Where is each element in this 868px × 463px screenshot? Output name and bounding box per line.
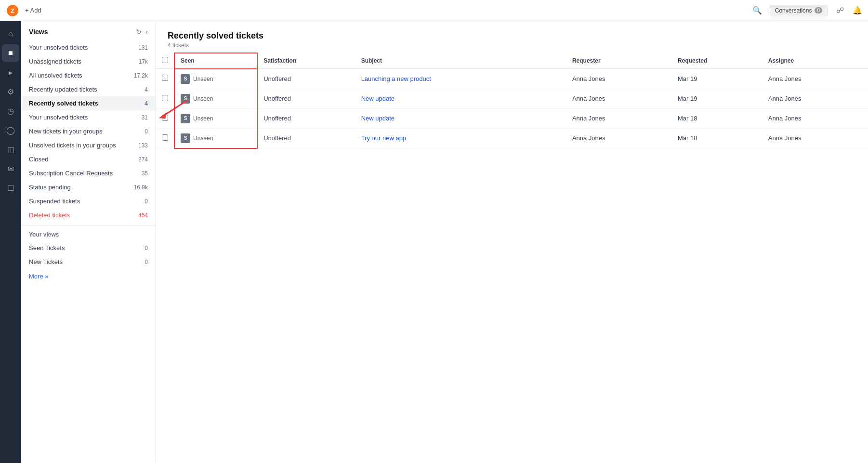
seen-label: Unseen — [193, 76, 213, 82]
sidebar-item-count: 4 — [145, 86, 148, 93]
sidebar-item-label: Deleted tickets — [29, 212, 70, 219]
chat-icon[interactable]: ☍ — [835, 6, 845, 15]
seen-icon: S — [181, 133, 190, 143]
nav-settings[interactable]: ⚙ — [2, 83, 19, 100]
subject-column-header: Subject — [355, 53, 566, 69]
row-checkbox-2[interactable] — [162, 115, 168, 121]
sidebar-item-count: 133 — [138, 142, 148, 149]
select-all-checkbox[interactable] — [162, 57, 168, 63]
requester-cell: Anna Jones — [566, 108, 672, 128]
content-header: Recently solved tickets 4 tickets — [156, 21, 868, 53]
select-all-header — [156, 53, 174, 69]
sidebar-item-2[interactable]: All unsolved tickets17.2k — [21, 68, 156, 82]
sidebar-item-7[interactable]: Unsolved tickets in your groups133 — [21, 138, 156, 152]
seen-badge: S Unseen — [181, 114, 213, 123]
requester-column-header: Requester — [566, 53, 672, 69]
subject-link[interactable]: Launching a new product — [361, 75, 431, 82]
conversations-badge: 0 — [815, 7, 822, 13]
content-area: Recently solved tickets 4 tickets Seen S… — [156, 21, 868, 463]
nav-grid[interactable]: ◫ — [2, 141, 19, 158]
assignee-cell: Anna Jones — [763, 108, 868, 128]
conversations-button[interactable]: Conversations 0 — [770, 5, 828, 16]
bell-icon[interactable]: 🔔 — [853, 6, 862, 15]
requester-cell: Anna Jones — [566, 89, 672, 108]
sidebar-header-icons: ↻ ‹ — [136, 28, 148, 36]
nav-clock[interactable]: ◷ — [2, 102, 19, 119]
seen-column-header: Seen — [174, 53, 257, 69]
sidebar-item-count: 31 — [142, 114, 148, 121]
requested-cell: Mar 18 — [672, 108, 763, 128]
refresh-icon[interactable]: ↻ — [136, 28, 142, 36]
requester-cell: Anna Jones — [566, 128, 672, 148]
sidebar-item-6[interactable]: New tickets in your groups0 — [21, 124, 156, 138]
nav-home[interactable]: ⌂ — [2, 25, 19, 42]
left-nav: ⌂ ■ ▸ ⚙ ◷ ◯ ◫ ✉ ☐ — [0, 21, 21, 463]
seen-icon: S — [181, 74, 190, 84]
sidebar-item-label: Recently updated tickets — [29, 86, 97, 93]
your-view-count: 0 — [145, 245, 148, 251]
nav-tickets[interactable]: ■ — [2, 44, 19, 62]
sidebar-item-11[interactable]: Suspended tickets0 — [21, 194, 156, 208]
requested-column-header: Requested — [672, 53, 763, 69]
sidebar-item-count: 35 — [142, 170, 148, 177]
sidebar-item-10[interactable]: Status pending16.9k — [21, 180, 156, 194]
your-view-item-0[interactable]: Seen Tickets0 — [21, 241, 156, 255]
requester-cell: Anna Jones — [566, 69, 672, 89]
table-row: S Unseen Unoffered Try our new app Anna … — [156, 128, 868, 148]
seen-icon: S — [181, 94, 190, 104]
satisfaction-cell: Unoffered — [257, 89, 355, 108]
your-view-label: New Tickets — [29, 258, 63, 265]
sidebar-item-1[interactable]: Unassigned tickets17k — [21, 54, 156, 68]
sidebar-item-count: 0 — [145, 128, 148, 135]
seen-badge: S Unseen — [181, 133, 213, 143]
subject-cell: Launching a new product — [355, 69, 566, 89]
sidebar-item-0[interactable]: Your unsolved tickets131 — [21, 40, 156, 54]
collapse-icon[interactable]: ‹ — [145, 28, 148, 36]
sidebar-item-label: Unassigned tickets — [29, 58, 81, 65]
sidebar-item-8[interactable]: Closed274 — [21, 152, 156, 166]
sidebar-item-3[interactable]: Recently updated tickets4 — [21, 82, 156, 96]
nav-chat2[interactable]: ☐ — [2, 179, 19, 197]
row-checkbox-0[interactable] — [162, 75, 168, 81]
sidebar-your-views: Seen Tickets0New Tickets0 — [21, 241, 156, 269]
subject-cell: New update — [355, 108, 566, 128]
nav-reports[interactable]: ▸ — [2, 64, 19, 81]
sidebar-item-5[interactable]: Your unsolved tickets31 — [21, 110, 156, 124]
row-checkbox-cell — [156, 108, 174, 128]
row-checkbox-1[interactable] — [162, 95, 168, 101]
sidebar-item-count: 17k — [139, 58, 148, 65]
sidebar-item-12[interactable]: Deleted tickets454 — [21, 208, 156, 222]
seen-cell: S Unseen — [174, 69, 257, 89]
sidebar-item-count: 4 — [145, 100, 148, 107]
assignee-cell: Anna Jones — [763, 69, 868, 89]
nav-mail[interactable]: ✉ — [2, 160, 19, 177]
sidebar-item-count: 17.2k — [134, 72, 148, 79]
sidebar-item-9[interactable]: Subscription Cancel Requests35 — [21, 166, 156, 180]
topbar-left: Z + Add — [6, 4, 41, 17]
assignee-cell: Anna Jones — [763, 89, 868, 108]
subject-link[interactable]: Try our new app — [361, 134, 406, 142]
your-view-count: 0 — [145, 259, 148, 265]
sidebar-item-4[interactable]: Recently solved tickets4 — [21, 96, 156, 110]
table-row: S Unseen Unoffered New update Anna Jones… — [156, 89, 868, 108]
subject-link[interactable]: New update — [361, 95, 395, 102]
sidebar-item-count: 131 — [138, 44, 148, 51]
add-button[interactable]: + Add — [25, 7, 41, 14]
sidebar-views-section: Your unsolved tickets131Unassigned ticke… — [21, 40, 156, 222]
table-row: S Unseen Unoffered New update Anna Jones… — [156, 108, 868, 128]
assignee-cell: Anna Jones — [763, 128, 868, 148]
sidebar-header: Views ↻ ‹ — [21, 21, 156, 40]
nav-person[interactable]: ◯ — [2, 121, 19, 139]
search-icon[interactable]: 🔍 — [752, 6, 762, 15]
seen-label: Unseen — [193, 135, 213, 142]
sidebar-more[interactable]: More » — [21, 269, 156, 284]
subject-cell: Try our new app — [355, 128, 566, 148]
sidebar-item-label: Your unsolved tickets — [29, 114, 88, 121]
row-checkbox-3[interactable] — [162, 134, 168, 141]
seen-label: Unseen — [193, 115, 213, 122]
sidebar-item-count: 274 — [138, 156, 148, 163]
sidebar: Views ↻ ‹ Your unsolved tickets131Unassi… — [21, 21, 156, 463]
subject-link[interactable]: New update — [361, 115, 395, 122]
satisfaction-cell: Unoffered — [257, 108, 355, 128]
your-view-item-1[interactable]: New Tickets0 — [21, 255, 156, 269]
